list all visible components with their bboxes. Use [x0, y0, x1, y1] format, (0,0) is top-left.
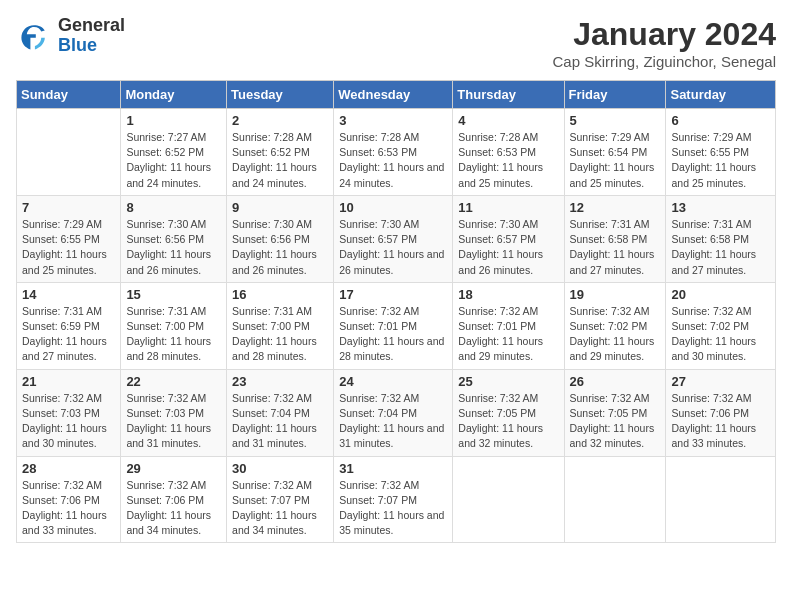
day-number: 16: [232, 287, 328, 302]
logo-icon: [16, 18, 52, 54]
day-number: 8: [126, 200, 221, 215]
day-detail: Sunrise: 7:30 AM Sunset: 6:57 PM Dayligh…: [458, 217, 558, 278]
calendar-cell: 21Sunrise: 7:32 AM Sunset: 7:03 PM Dayli…: [17, 369, 121, 456]
calendar-cell: 14Sunrise: 7:31 AM Sunset: 6:59 PM Dayli…: [17, 282, 121, 369]
page-header: General Blue January 2024 Cap Skirring, …: [16, 16, 776, 70]
day-detail: Sunrise: 7:29 AM Sunset: 6:55 PM Dayligh…: [22, 217, 115, 278]
calendar-week-row: 14Sunrise: 7:31 AM Sunset: 6:59 PM Dayli…: [17, 282, 776, 369]
calendar-table: SundayMondayTuesdayWednesdayThursdayFrid…: [16, 80, 776, 543]
day-detail: Sunrise: 7:32 AM Sunset: 7:07 PM Dayligh…: [232, 478, 328, 539]
calendar-cell: 5Sunrise: 7:29 AM Sunset: 6:54 PM Daylig…: [564, 109, 666, 196]
day-detail: Sunrise: 7:30 AM Sunset: 6:56 PM Dayligh…: [232, 217, 328, 278]
calendar-cell: 27Sunrise: 7:32 AM Sunset: 7:06 PM Dayli…: [666, 369, 776, 456]
day-number: 24: [339, 374, 447, 389]
day-detail: Sunrise: 7:32 AM Sunset: 7:05 PM Dayligh…: [458, 391, 558, 452]
calendar-cell: 2Sunrise: 7:28 AM Sunset: 6:52 PM Daylig…: [227, 109, 334, 196]
day-number: 19: [570, 287, 661, 302]
day-detail: Sunrise: 7:29 AM Sunset: 6:55 PM Dayligh…: [671, 130, 770, 191]
day-number: 7: [22, 200, 115, 215]
calendar-cell: 22Sunrise: 7:32 AM Sunset: 7:03 PM Dayli…: [121, 369, 227, 456]
calendar-cell: [564, 456, 666, 543]
day-detail: Sunrise: 7:31 AM Sunset: 6:58 PM Dayligh…: [671, 217, 770, 278]
day-detail: Sunrise: 7:32 AM Sunset: 7:07 PM Dayligh…: [339, 478, 447, 539]
calendar-cell: 11Sunrise: 7:30 AM Sunset: 6:57 PM Dayli…: [453, 195, 564, 282]
day-detail: Sunrise: 7:32 AM Sunset: 7:06 PM Dayligh…: [126, 478, 221, 539]
day-number: 22: [126, 374, 221, 389]
logo: General Blue: [16, 16, 125, 56]
calendar-week-row: 28Sunrise: 7:32 AM Sunset: 7:06 PM Dayli…: [17, 456, 776, 543]
calendar-cell: [453, 456, 564, 543]
day-detail: Sunrise: 7:32 AM Sunset: 7:04 PM Dayligh…: [339, 391, 447, 452]
day-number: 11: [458, 200, 558, 215]
day-number: 15: [126, 287, 221, 302]
day-number: 4: [458, 113, 558, 128]
calendar-header-row: SundayMondayTuesdayWednesdayThursdayFrid…: [17, 81, 776, 109]
calendar-cell: 10Sunrise: 7:30 AM Sunset: 6:57 PM Dayli…: [334, 195, 453, 282]
header-wednesday: Wednesday: [334, 81, 453, 109]
day-number: 5: [570, 113, 661, 128]
day-detail: Sunrise: 7:32 AM Sunset: 7:01 PM Dayligh…: [458, 304, 558, 365]
calendar-cell: 8Sunrise: 7:30 AM Sunset: 6:56 PM Daylig…: [121, 195, 227, 282]
calendar-cell: 13Sunrise: 7:31 AM Sunset: 6:58 PM Dayli…: [666, 195, 776, 282]
calendar-cell: 19Sunrise: 7:32 AM Sunset: 7:02 PM Dayli…: [564, 282, 666, 369]
calendar-week-row: 21Sunrise: 7:32 AM Sunset: 7:03 PM Dayli…: [17, 369, 776, 456]
day-number: 6: [671, 113, 770, 128]
calendar-cell: 23Sunrise: 7:32 AM Sunset: 7:04 PM Dayli…: [227, 369, 334, 456]
day-detail: Sunrise: 7:31 AM Sunset: 7:00 PM Dayligh…: [126, 304, 221, 365]
day-number: 28: [22, 461, 115, 476]
calendar-week-row: 1Sunrise: 7:27 AM Sunset: 6:52 PM Daylig…: [17, 109, 776, 196]
day-detail: Sunrise: 7:29 AM Sunset: 6:54 PM Dayligh…: [570, 130, 661, 191]
day-number: 31: [339, 461, 447, 476]
calendar-cell: 9Sunrise: 7:30 AM Sunset: 6:56 PM Daylig…: [227, 195, 334, 282]
calendar-cell: 20Sunrise: 7:32 AM Sunset: 7:02 PM Dayli…: [666, 282, 776, 369]
calendar-cell: [17, 109, 121, 196]
day-detail: Sunrise: 7:32 AM Sunset: 7:03 PM Dayligh…: [22, 391, 115, 452]
day-number: 20: [671, 287, 770, 302]
header-thursday: Thursday: [453, 81, 564, 109]
logo-text: General Blue: [58, 16, 125, 56]
calendar-cell: 7Sunrise: 7:29 AM Sunset: 6:55 PM Daylig…: [17, 195, 121, 282]
calendar-cell: 24Sunrise: 7:32 AM Sunset: 7:04 PM Dayli…: [334, 369, 453, 456]
page-title: January 2024: [553, 16, 776, 53]
calendar-cell: 12Sunrise: 7:31 AM Sunset: 6:58 PM Dayli…: [564, 195, 666, 282]
header-tuesday: Tuesday: [227, 81, 334, 109]
calendar-cell: 28Sunrise: 7:32 AM Sunset: 7:06 PM Dayli…: [17, 456, 121, 543]
day-number: 23: [232, 374, 328, 389]
day-detail: Sunrise: 7:28 AM Sunset: 6:52 PM Dayligh…: [232, 130, 328, 191]
day-detail: Sunrise: 7:27 AM Sunset: 6:52 PM Dayligh…: [126, 130, 221, 191]
day-number: 13: [671, 200, 770, 215]
header-monday: Monday: [121, 81, 227, 109]
day-number: 1: [126, 113, 221, 128]
day-number: 25: [458, 374, 558, 389]
day-number: 18: [458, 287, 558, 302]
calendar-cell: 3Sunrise: 7:28 AM Sunset: 6:53 PM Daylig…: [334, 109, 453, 196]
calendar-cell: 4Sunrise: 7:28 AM Sunset: 6:53 PM Daylig…: [453, 109, 564, 196]
header-friday: Friday: [564, 81, 666, 109]
calendar-cell: 31Sunrise: 7:32 AM Sunset: 7:07 PM Dayli…: [334, 456, 453, 543]
day-number: 29: [126, 461, 221, 476]
day-number: 30: [232, 461, 328, 476]
calendar-cell: 18Sunrise: 7:32 AM Sunset: 7:01 PM Dayli…: [453, 282, 564, 369]
day-number: 27: [671, 374, 770, 389]
day-detail: Sunrise: 7:32 AM Sunset: 7:02 PM Dayligh…: [671, 304, 770, 365]
day-number: 2: [232, 113, 328, 128]
day-detail: Sunrise: 7:32 AM Sunset: 7:03 PM Dayligh…: [126, 391, 221, 452]
day-detail: Sunrise: 7:32 AM Sunset: 7:06 PM Dayligh…: [671, 391, 770, 452]
logo-general: General: [58, 16, 125, 36]
day-detail: Sunrise: 7:30 AM Sunset: 6:56 PM Dayligh…: [126, 217, 221, 278]
calendar-week-row: 7Sunrise: 7:29 AM Sunset: 6:55 PM Daylig…: [17, 195, 776, 282]
calendar-cell: 26Sunrise: 7:32 AM Sunset: 7:05 PM Dayli…: [564, 369, 666, 456]
day-detail: Sunrise: 7:31 AM Sunset: 6:59 PM Dayligh…: [22, 304, 115, 365]
title-block: January 2024 Cap Skirring, Ziguinchor, S…: [553, 16, 776, 70]
day-detail: Sunrise: 7:30 AM Sunset: 6:57 PM Dayligh…: [339, 217, 447, 278]
day-number: 17: [339, 287, 447, 302]
day-number: 12: [570, 200, 661, 215]
page-subtitle: Cap Skirring, Ziguinchor, Senegal: [553, 53, 776, 70]
logo-blue: Blue: [58, 36, 125, 56]
day-number: 26: [570, 374, 661, 389]
calendar-cell: 6Sunrise: 7:29 AM Sunset: 6:55 PM Daylig…: [666, 109, 776, 196]
day-detail: Sunrise: 7:28 AM Sunset: 6:53 PM Dayligh…: [339, 130, 447, 191]
day-detail: Sunrise: 7:28 AM Sunset: 6:53 PM Dayligh…: [458, 130, 558, 191]
day-detail: Sunrise: 7:32 AM Sunset: 7:04 PM Dayligh…: [232, 391, 328, 452]
calendar-cell: 25Sunrise: 7:32 AM Sunset: 7:05 PM Dayli…: [453, 369, 564, 456]
